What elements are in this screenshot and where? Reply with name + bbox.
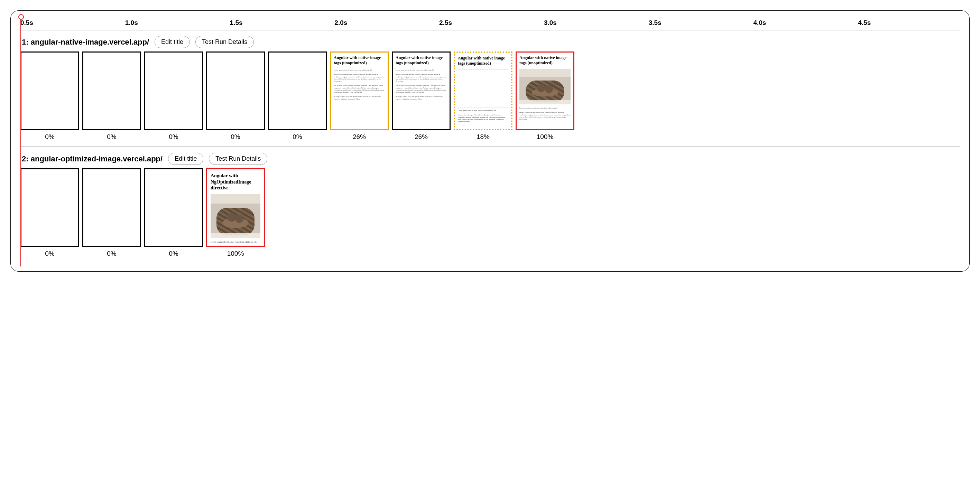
test-title: 2: angular-optimized-image.vercel.app/ [22, 154, 162, 163]
frame-cell: 0% [82, 168, 141, 257]
preview-paragraph: Integer elementum gravida molestie. Quis… [458, 114, 508, 123]
frame-cell: Angular with native image tags (unoptimi… [515, 51, 574, 141]
preview-heading: Angular with native image tags (unoptimi… [396, 55, 447, 66]
time-tick: 1.5s [230, 19, 332, 27]
axis-divider [21, 30, 959, 30]
frame-thumbnail[interactable] [82, 51, 141, 130]
frame-thumbnail[interactable]: Angular with native image tags (unoptimi… [392, 51, 450, 130]
visual-complete-pct: 0% [169, 250, 178, 257]
frame-cell: Angular with native image tags (unoptimi… [330, 51, 389, 141]
visual-complete-pct: 0% [231, 133, 240, 141]
visual-complete-pct: 100% [227, 250, 244, 257]
preview-paragraph: Lorem ipsum dolor sit amet, consectetur … [519, 107, 571, 109]
time-tick: 4.0s [753, 19, 855, 27]
time-tick: 2.5s [439, 19, 541, 27]
page-preview: Angular with native image tags (unoptimi… [393, 52, 450, 100]
frame-thumbnail[interactable] [206, 51, 265, 130]
frame-thumbnail[interactable]: Angular with native image tags (unoptimi… [454, 51, 512, 130]
filmstrip-panel: 0.5s 1.0s 1.5s 2.0s 2.5s 3.0s 3.5s 4.0s … [10, 10, 970, 272]
test-run-details-button[interactable]: Test Run Details [209, 153, 267, 165]
test-header: 1: angular-native-image.vercel.app/ Edit… [22, 36, 959, 48]
frame-cell: 0% [21, 51, 79, 141]
preview-heading: Angular with NgOptimizedImage directive [211, 173, 260, 191]
time-tick: 3.5s [649, 19, 750, 27]
visual-complete-pct: 0% [107, 250, 116, 257]
visual-complete-pct: 0% [293, 133, 302, 141]
frame-cell: 0% [144, 51, 203, 141]
frame-thumbnail[interactable] [21, 168, 79, 247]
frame-cell: Angular with NgOptimizedImage directive … [206, 168, 265, 257]
test-block-2: 2: angular-optimized-image.vercel.app/ E… [21, 153, 959, 259]
preview-divider [458, 70, 508, 70]
visual-complete-pct: 0% [107, 133, 116, 141]
frame-cell: 0% [21, 168, 79, 257]
time-tick: 4.5s [858, 19, 959, 27]
frame-cell: 0% [268, 51, 327, 141]
page-preview: Angular with native image tags (unoptimi… [517, 52, 573, 120]
frame-cell: Angular with native image tags (unoptimi… [454, 51, 512, 141]
frame-thumbnail[interactable]: Angular with NgOptimizedImage directive … [206, 168, 265, 247]
preview-paragraph: Lorem ipsum dolor sit amet, consectetur … [334, 69, 385, 71]
timeline-axis: 0.5s 1.0s 1.5s 2.0s 2.5s 3.0s 3.5s 4.0s … [21, 15, 959, 29]
visual-complete-pct: 26% [415, 133, 428, 141]
preview-paragraph: Sed eleifend sapien ut neque venenatis h… [396, 85, 447, 93]
test-index: 1 [22, 38, 26, 46]
frame-thumbnail[interactable] [82, 168, 141, 247]
visual-complete-pct: 26% [353, 133, 366, 141]
edit-title-button[interactable]: Edit title [154, 36, 190, 48]
time-tick: 0.5s [21, 19, 122, 27]
visual-complete-pct: 0% [45, 133, 54, 141]
preview-paragraph: Lorem ipsum dolor sit amet, consectetur … [458, 109, 508, 112]
filmstrip-row: 0% 0% 0% 0% 0% Angular with na [21, 51, 959, 142]
preview-paragraph: Integer elementum gravida molestie. Quis… [519, 112, 571, 120]
preview-paragraph: Lorem ipsum dolor sit amet, consectetur … [211, 241, 260, 244]
preview-heading: Angular with native image tags (unoptimi… [334, 55, 385, 66]
visual-complete-pct: 100% [537, 133, 554, 141]
test-index: 2 [22, 154, 26, 163]
page-preview: Angular with NgOptimizedImage directive … [207, 169, 264, 247]
frame-thumbnail[interactable]: Angular with native image tags (unoptimi… [515, 51, 574, 130]
test-url: angular-native-image.vercel.app/ [31, 38, 149, 46]
time-tick: 2.0s [334, 19, 436, 27]
page-preview: Angular with native image tags (unoptimi… [331, 52, 388, 100]
cat-image-icon [211, 194, 260, 238]
filmstrip-row: 0% 0% 0% Angular with NgOptimizedImage d… [21, 168, 959, 259]
preview-paragraph: In congue sapien sem, id vulputate metus… [334, 96, 385, 100]
time-tick: 3.0s [544, 19, 646, 27]
preview-paragraph: In congue sapien sem, id vulputate metus… [396, 96, 447, 100]
frame-cell: 0% [82, 51, 141, 141]
frame-thumbnail[interactable] [21, 51, 79, 130]
visual-complete-pct: 18% [477, 133, 490, 141]
preview-divider [458, 107, 508, 108]
edit-title-button[interactable]: Edit title [168, 153, 203, 165]
test-block-1: 1: angular-native-image.vercel.app/ Edit… [21, 36, 959, 142]
preview-paragraph: Integer elementum gravida molestie. Quis… [334, 74, 385, 82]
test-title: 1: angular-native-image.vercel.app/ [22, 38, 149, 47]
preview-paragraph: Sed eleifend sapien ut neque venenatis h… [334, 85, 385, 93]
test-run-details-button[interactable]: Test Run Details [196, 36, 254, 48]
visual-complete-pct: 0% [169, 133, 178, 141]
preview-paragraph: Lorem ipsum dolor sit amet, consectetur … [396, 69, 447, 71]
frame-thumbnail[interactable] [268, 51, 327, 130]
playhead[interactable] [21, 16, 21, 266]
frame-cell: Angular with native image tags (unoptimi… [392, 51, 450, 141]
page-preview: Angular with native image tags (unoptimi… [455, 53, 511, 123]
preview-paragraph: Integer elementum gravida molestie. Quis… [211, 246, 260, 247]
frame-cell: 0% [144, 168, 203, 257]
cat-image-icon [519, 69, 571, 105]
frame-thumbnail[interactable] [144, 51, 203, 130]
preview-heading: Angular with native image tags (unoptimi… [458, 56, 508, 66]
frame-cell: 0% [206, 51, 265, 141]
frame-thumbnail[interactable] [144, 168, 203, 247]
frame-thumbnail[interactable]: Angular with native image tags (unoptimi… [330, 51, 389, 130]
time-tick: 1.0s [125, 19, 227, 27]
test-header: 2: angular-optimized-image.vercel.app/ E… [22, 153, 959, 165]
test-url: angular-optimized-image.vercel.app/ [31, 154, 162, 163]
preview-paragraph: Integer elementum gravida molestie. Quis… [396, 74, 447, 82]
preview-heading: Angular with native image tags (unoptimi… [519, 55, 571, 66]
visual-complete-pct: 0% [45, 250, 54, 257]
